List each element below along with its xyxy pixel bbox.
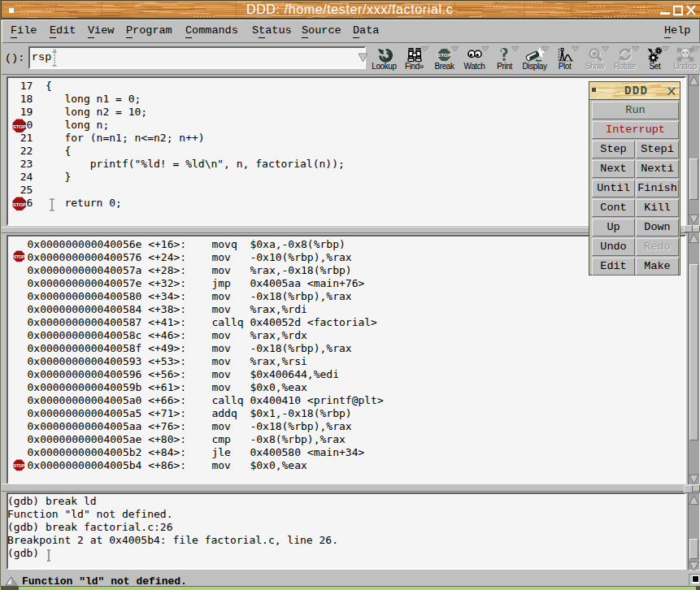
svg-text:STOP: STOP [437, 53, 451, 58]
